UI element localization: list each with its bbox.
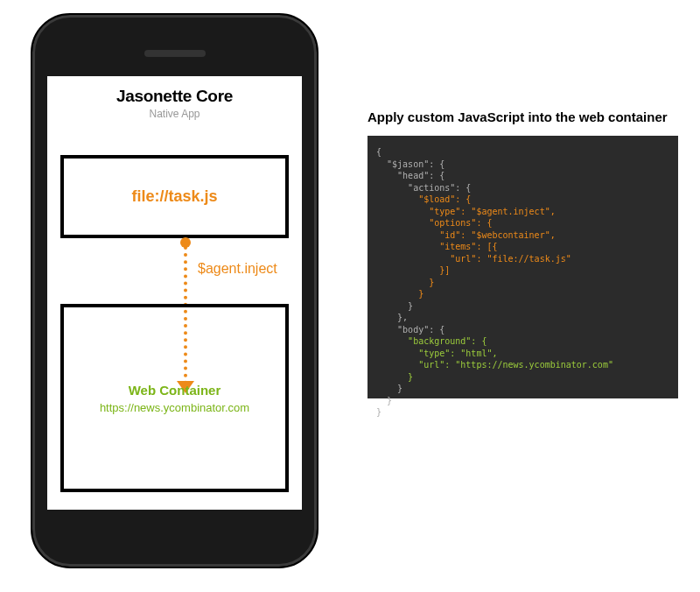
- task-js-label: file://task.js: [131, 187, 217, 206]
- section-title: Apply custom JavaScript into the web con…: [368, 109, 668, 124]
- task-js-box: file://task.js: [60, 155, 289, 238]
- code-block: { "$jason": { "head": { "actions": { "$l…: [368, 136, 678, 398]
- phone-screen: Jasonette Core Native App file://task.js…: [47, 76, 302, 510]
- phone-frame: Jasonette Core Native App file://task.js…: [31, 13, 318, 568]
- phone-speaker: [144, 50, 206, 57]
- agent-inject-label: $agent.inject: [198, 261, 277, 277]
- web-container-box: Web Container https://news.ycombinator.c…: [60, 304, 289, 492]
- web-container-title: Web Container: [129, 383, 221, 398]
- app-title: Jasonette Core: [47, 87, 302, 106]
- app-header: Jasonette Core Native App: [47, 76, 302, 137]
- web-container-url: https://news.ycombinator.com: [100, 401, 249, 414]
- diagram-stage: Jasonette Core Native App file://task.js…: [0, 0, 700, 592]
- app-subtitle: Native App: [47, 108, 302, 120]
